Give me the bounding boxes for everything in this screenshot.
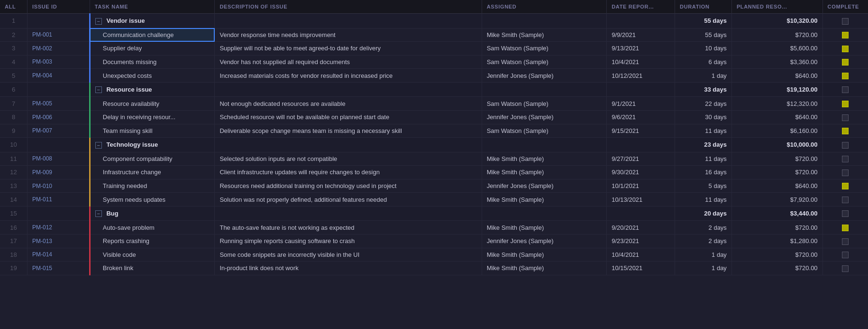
task-name-cell[interactable]: Supplier delay xyxy=(90,42,215,56)
date-cell: 10/13/2021 xyxy=(607,193,675,207)
task-name-cell[interactable]: Communication challenge xyxy=(90,28,215,42)
table-row[interactable]: 12 PM-009 Infrastructure change Client i… xyxy=(0,166,868,179)
group-label: Technology issue xyxy=(106,141,158,148)
task-name-cell[interactable]: Reports crashing xyxy=(90,235,215,248)
collapse-icon[interactable]: − xyxy=(95,210,102,217)
table-row[interactable]: 3 PM-002 Supplier delay Supplier will no… xyxy=(0,42,868,56)
group-complete-cell xyxy=(822,82,868,97)
planned-cell: $3,360.00 xyxy=(731,55,822,69)
group-row: 6 − Resource issue 33 days $19,120.00 xyxy=(0,82,868,97)
group-label-cell[interactable]: − Vendor issue xyxy=(90,14,215,28)
col-complete[interactable]: COMPLETE xyxy=(822,0,868,14)
task-name-cell[interactable]: Training needed xyxy=(90,179,215,193)
date-cell: 9/20/2021 xyxy=(607,221,675,235)
status-dot xyxy=(842,114,849,121)
complete-cell xyxy=(822,193,868,207)
task-name-cell[interactable]: Visible code xyxy=(90,248,215,262)
status-dot xyxy=(842,46,849,52)
status-dot xyxy=(842,225,849,231)
col-description[interactable]: DESCRIPTION OF ISSUE xyxy=(215,0,482,14)
col-issue-id[interactable]: ISSUE ID xyxy=(27,0,90,14)
duration-cell: 11 days xyxy=(675,152,732,166)
complete-cell xyxy=(822,28,868,42)
col-all[interactable]: ALL xyxy=(0,0,27,14)
task-name-cell[interactable]: Team missing skill xyxy=(90,124,215,138)
description-cell: Running simple reports causing software … xyxy=(215,235,482,248)
task-name-cell[interactable]: Auto-save problem xyxy=(90,221,215,235)
row-num: 8 xyxy=(0,110,27,124)
group-assign-cell xyxy=(482,82,607,97)
description-cell: Solution was not properly defined, addit… xyxy=(215,193,482,207)
row-num: 2 xyxy=(0,28,27,42)
collapse-icon[interactable]: − xyxy=(95,142,102,149)
task-name-cell[interactable]: Broken link xyxy=(90,262,215,275)
task-name-cell[interactable]: Component compatability xyxy=(90,152,215,166)
table-row[interactable]: 7 PM-005 Resource availability Not enoug… xyxy=(0,97,868,111)
table-row[interactable]: 13 PM-010 Training needed Resources need… xyxy=(0,179,868,193)
table-row[interactable]: 8 PM-006 Delay in receiving resour... Sc… xyxy=(0,110,868,124)
duration-cell: 11 days xyxy=(675,124,732,138)
table-row[interactable]: 19 PM-015 Broken link In-product link do… xyxy=(0,262,868,275)
complete-cell xyxy=(822,248,868,262)
planned-cell: $720.00 xyxy=(731,262,822,275)
table-row[interactable]: 5 PM-004 Unexpected costs Increased mate… xyxy=(0,69,868,83)
duration-cell: 55 days xyxy=(675,28,732,42)
duration-cell: 22 days xyxy=(675,97,732,111)
group-assign-cell xyxy=(482,138,607,152)
date-cell: 10/15/2021 xyxy=(607,262,675,275)
group-duration: 33 days xyxy=(675,82,732,97)
collapse-icon[interactable]: − xyxy=(95,86,102,93)
row-num: 9 xyxy=(0,124,27,138)
description-cell: In-product link does not work xyxy=(215,262,482,275)
group-label-cell[interactable]: − Technology issue xyxy=(90,138,215,152)
row-num: 18 xyxy=(0,248,27,262)
planned-cell: $720.00 xyxy=(731,166,822,179)
table-row[interactable]: 17 PM-013 Reports crashing Running simpl… xyxy=(0,235,868,248)
col-duration[interactable]: DURATION xyxy=(675,0,732,14)
table-row[interactable]: 9 PM-007 Team missing skill Deliverable … xyxy=(0,124,868,138)
group-planned: $10,320.00 xyxy=(731,14,822,28)
table-row[interactable]: 14 PM-011 System needs updates Solution … xyxy=(0,193,868,207)
col-task-name[interactable]: TASK NAME xyxy=(90,0,215,14)
task-name-cell[interactable]: System needs updates xyxy=(90,193,215,207)
planned-cell: $12,320.00 xyxy=(731,97,822,111)
task-name-cell[interactable]: Delay in receiving resour... xyxy=(90,110,215,124)
table-row[interactable]: 2 PM-001 Communication challenge Vendor … xyxy=(0,28,868,42)
task-name-cell[interactable]: Unexpected costs xyxy=(90,69,215,83)
task-name-cell[interactable]: Infrastructure change xyxy=(90,166,215,179)
table-row[interactable]: 16 PM-012 Auto-save problem The auto-sav… xyxy=(0,221,868,235)
col-assigned[interactable]: ASSIGNED xyxy=(482,0,607,14)
collapse-icon[interactable]: − xyxy=(95,18,102,25)
planned-cell: $720.00 xyxy=(731,248,822,262)
issue-id-cell: PM-012 xyxy=(27,221,90,235)
complete-cell xyxy=(822,152,868,166)
description-cell: Vendor response time needs improvement xyxy=(215,28,482,42)
group-desc-cell xyxy=(215,138,482,152)
group-date-cell xyxy=(607,138,675,152)
table-row[interactable]: 4 PM-003 Documents missing Vendor has no… xyxy=(0,55,868,69)
issue-id-cell: PM-007 xyxy=(27,124,90,138)
duration-cell: 1 day xyxy=(675,248,732,262)
group-status-dot xyxy=(842,210,849,217)
table-row[interactable]: 11 PM-008 Component compatability Select… xyxy=(0,152,868,166)
date-cell: 9/15/2021 xyxy=(607,124,675,138)
group-date-cell xyxy=(607,82,675,97)
group-row: 15 − Bug 20 days $3,440.00 xyxy=(0,206,868,221)
description-cell: Deliverable scope change means team is m… xyxy=(215,124,482,138)
planned-cell: $5,600.00 xyxy=(731,42,822,56)
status-dot xyxy=(842,183,849,189)
group-label-cell[interactable]: − Bug xyxy=(90,206,215,221)
task-name-cell[interactable]: Documents missing xyxy=(90,55,215,69)
col-date-reported[interactable]: DATE REPOR... xyxy=(607,0,675,14)
task-name-cell[interactable]: Resource availability xyxy=(90,97,215,111)
group-complete-cell xyxy=(822,14,868,28)
date-cell: 9/27/2021 xyxy=(607,152,675,166)
assigned-cell: Mike Smith (Sample) xyxy=(482,28,607,42)
complete-cell xyxy=(822,69,868,83)
table-row[interactable]: 18 PM-014 Visible code Some code snippet… xyxy=(0,248,868,262)
group-label-cell[interactable]: − Resource issue xyxy=(90,82,215,97)
assigned-cell: Mike Smith (Sample) xyxy=(482,248,607,262)
assigned-cell: Mike Smith (Sample) xyxy=(482,166,607,179)
group-row: 1 − Vendor issue 55 days $10,320.00 xyxy=(0,14,868,28)
col-planned-resources[interactable]: PLANNED RESO... xyxy=(731,0,822,14)
